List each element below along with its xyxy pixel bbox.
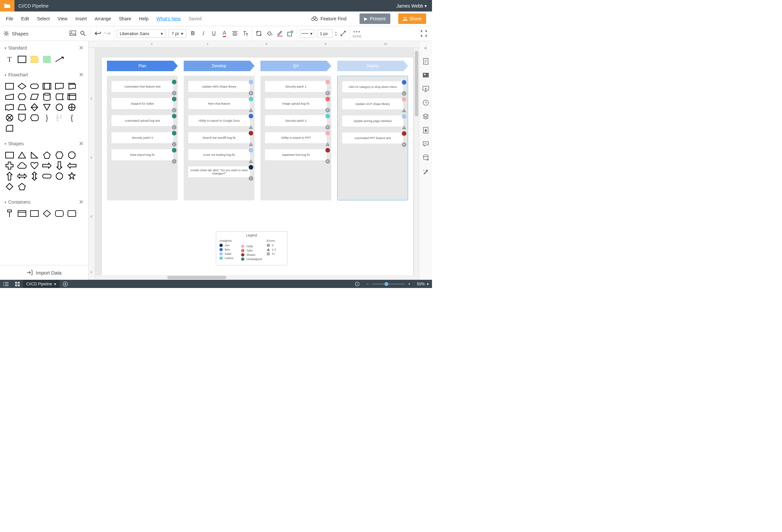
fc-brace-close[interactable]: } [42, 114, 52, 122]
fc-or[interactable] [5, 114, 14, 122]
zoom-out-button[interactable]: − [363, 280, 372, 288]
bs-cross[interactable] [5, 162, 14, 170]
kanban-card[interactable]: Ability to export to Google Docs [188, 115, 250, 126]
bs-star[interactable] [67, 172, 77, 180]
zoom-level[interactable]: 50% ▾ [414, 280, 432, 288]
column-body[interactable]: Add UX category to drop-down menu✓Update… [337, 76, 408, 201]
column-header-arrow[interactable]: QA [260, 61, 331, 71]
redo-icon[interactable] [104, 31, 111, 36]
fc-offpage[interactable] [17, 114, 27, 122]
ct-6[interactable] [67, 210, 77, 217]
kanban-card[interactable]: Support for Safari✓ [111, 98, 173, 109]
column-body[interactable]: Automated chat feature test✓Support for … [107, 76, 178, 201]
kanban-column[interactable]: QA Security patch 1✕Image upload bug fix… [260, 61, 331, 201]
line-width-stepper[interactable]: ▴▾ [335, 31, 336, 36]
kanban-card[interactable]: Security patch 1✕ [265, 81, 327, 92]
column-header-arrow[interactable]: Plan [107, 61, 178, 71]
kanban-card[interactable]: Update GCP shape library [342, 98, 403, 110]
bs-octagon[interactable] [67, 151, 77, 159]
bs-pill[interactable] [42, 172, 52, 180]
kanban-column[interactable]: Deploy Add UX category to drop-down menu… [337, 61, 408, 201]
ink-icon[interactable] [423, 127, 429, 134]
document-title[interactable]: CI/CD Pipeline [19, 3, 48, 8]
layers-icon[interactable] [423, 113, 429, 120]
fc-manual-input[interactable] [5, 93, 14, 101]
italic-button[interactable]: I [200, 30, 207, 37]
document-tab[interactable]: CI/CD Pipeline ▾ [23, 280, 59, 288]
zoom-slider[interactable] [372, 283, 405, 285]
vertical-scrollbar[interactable] [414, 47, 419, 280]
scroll-thumb[interactable] [167, 276, 226, 279]
category-flowchart[interactable]: ▾Flowchart✕ [0, 68, 88, 80]
menu-whats-new[interactable]: What's New [156, 16, 181, 21]
bs-arrow-left[interactable] [67, 162, 77, 170]
shape-confirm-button[interactable] [286, 30, 294, 37]
fc-summing[interactable] [67, 103, 77, 111]
comment-icon[interactable] [423, 141, 429, 147]
fill-button[interactable] [265, 30, 273, 37]
bs-triangle[interactable] [17, 151, 27, 159]
bold-button[interactable]: B [189, 30, 197, 37]
category-standard[interactable]: ▾Standard✕ [0, 41, 88, 54]
fc-rect[interactable] [5, 82, 14, 90]
kanban-card[interactable]: Search bar autofill bug fix [188, 132, 250, 143]
list-view-icon[interactable] [0, 280, 12, 288]
horizontal-scrollbar[interactable] [95, 275, 414, 280]
font-family-dropdown[interactable]: Liberation Sans▾ [117, 30, 166, 38]
menu-view[interactable]: View [58, 16, 68, 21]
kanban-card[interactable]: Update AWS shape library✕ [188, 81, 250, 92]
close-icon[interactable]: ✕ [79, 71, 84, 78]
kanban-card[interactable]: Japanese font bug fix✕ [265, 149, 327, 161]
kanban-column[interactable]: Develop Update AWS shape library✕New cha… [184, 61, 254, 201]
zoom-in-button[interactable]: + [405, 280, 414, 288]
kanban-card[interactable]: Add UX category to drop-down menu✓ [342, 81, 403, 93]
fc-internal[interactable] [67, 93, 77, 101]
menu-file[interactable]: File [6, 16, 13, 21]
bs-arrow-right[interactable] [42, 162, 52, 170]
fc-multiDoc[interactable] [67, 82, 77, 90]
bs-rect[interactable] [5, 151, 14, 159]
fc-stored-data[interactable] [55, 93, 64, 101]
search-icon[interactable] [80, 31, 86, 36]
align-button[interactable] [231, 30, 239, 37]
bs-arrow-up[interactable] [5, 172, 14, 180]
bs-diamond2[interactable] [5, 183, 14, 190]
share-button[interactable]: Share [398, 13, 426, 24]
close-icon[interactable]: ✕ [79, 199, 84, 206]
kanban-card[interactable]: Automated chat feature test✓ [111, 81, 173, 92]
grid-view-icon[interactable] [12, 280, 23, 288]
page[interactable]: Plan Automated chat feature test✓Support… [102, 58, 413, 280]
fc-display[interactable] [30, 114, 39, 122]
font-color-button[interactable]: A [220, 30, 228, 37]
add-page-button[interactable] [59, 280, 71, 288]
kanban-card[interactable]: Automated PPT feature test✕ [342, 133, 403, 144]
page-icon[interactable] [423, 58, 429, 65]
present-button[interactable]: ▶ Present [359, 13, 390, 24]
menu-share[interactable]: Share [119, 16, 131, 21]
line-width-dropdown[interactable]: 1 px [317, 30, 332, 38]
category-containers[interactable]: ▾Containers✕ [0, 195, 88, 208]
menu-help[interactable]: Help [139, 16, 149, 21]
fc-card[interactable] [5, 124, 14, 132]
fc-hexagon[interactable] [17, 93, 27, 101]
kanban-card[interactable]: Ability to export to PPT [265, 132, 327, 143]
kanban-card[interactable]: New chat feature [188, 98, 250, 109]
crop-button[interactable] [255, 30, 263, 37]
import-data-button[interactable]: Import Data [0, 265, 88, 280]
fc-parallelogram[interactable] [30, 93, 39, 101]
presentation-icon[interactable] [423, 85, 429, 92]
column-header-arrow[interactable]: Develop [184, 61, 254, 71]
menu-edit[interactable]: Edit [21, 16, 29, 21]
kanban-column[interactable]: Plan Automated chat feature test✓Support… [107, 61, 178, 201]
fc-diamond[interactable] [17, 82, 27, 90]
app-logo[interactable] [0, 0, 14, 11]
category-shapes[interactable]: ▾Shapes✕ [0, 137, 88, 149]
kanban-card[interactable]: Data import bug fix✓ [111, 149, 173, 161]
bs-right-tri[interactable] [30, 151, 39, 159]
text-style-button[interactable] [241, 30, 249, 37]
canvas[interactable]: Plan Automated chat feature test✓Support… [95, 47, 419, 280]
data-icon[interactable] [423, 154, 429, 161]
block-shape[interactable] [42, 56, 52, 63]
arrow-shape[interactable] [55, 56, 64, 63]
bs-hexagon[interactable] [55, 151, 64, 159]
